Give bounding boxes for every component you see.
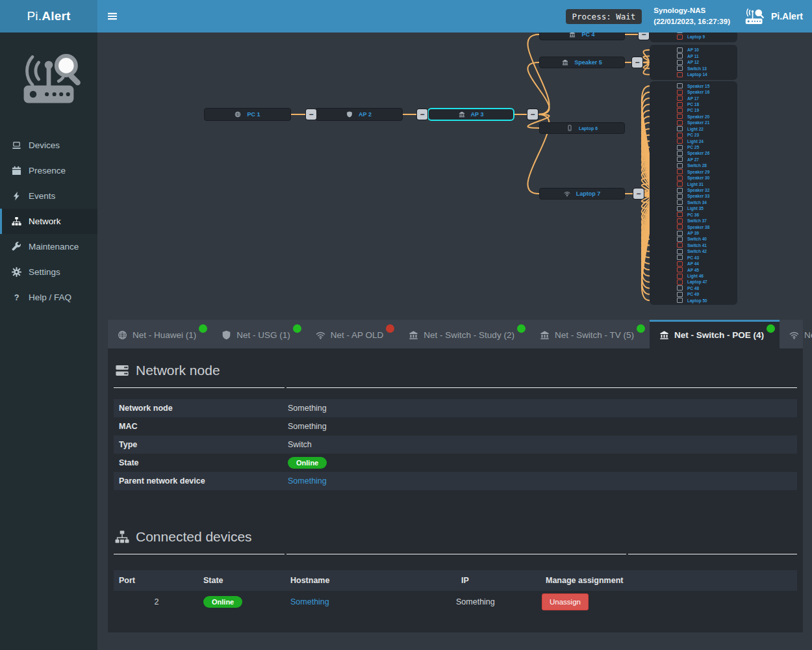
diagram-node-label: AP 3 [471, 111, 484, 118]
leaf-node-label: PC 43 [687, 255, 699, 260]
diagram-node-laptop-6[interactable]: Laptop 6 [539, 122, 625, 134]
navbar-brand-right[interactable]: Pi.Alert [744, 0, 803, 32]
table-row: Parent network deviceSomething [114, 472, 797, 490]
sidebar-item-presence[interactable]: Presence [0, 158, 97, 183]
parent-device-link[interactable]: Something [288, 476, 327, 486]
device-icon [677, 249, 683, 254]
device-icon [677, 231, 683, 236]
network-diagram: Network overview Switch 8Laptop 9AP 10AP… [97, 0, 812, 320]
table-row: TypeSwitch [114, 436, 797, 454]
host-name: Synology-NAS [653, 5, 730, 16]
tab-status-dot [386, 324, 394, 333]
sidebar-item-settings[interactable]: Settings [0, 259, 97, 285]
collapse-button[interactable]: − [527, 109, 538, 120]
tab-net-usg-1-[interactable]: Net - USG (1) [212, 320, 306, 348]
leaf-node-label: Switch 40 [687, 237, 707, 241]
leaf-node-label: PC 23 [687, 133, 699, 137]
tab-net-switch-tv-5-[interactable]: Net - Switch - TV (5) [530, 320, 650, 348]
leaf-node[interactable]: AP 12 [650, 59, 737, 66]
section-divider [114, 554, 797, 554]
diagram-node-pc-1[interactable]: PC 1 [204, 108, 291, 121]
collapse-button[interactable]: − [306, 109, 316, 120]
device-icon [677, 285, 683, 291]
navbar-spacer [127, 0, 566, 32]
leaf-node-label: Speaker 16 [687, 90, 709, 94]
diagram-node-speaker-5[interactable]: Speaker 5 [539, 57, 625, 68]
tab-net-switch-poe-4-[interactable]: Net - Switch - POE (4) [650, 320, 780, 348]
diagram-node-ap-3[interactable]: AP 3 [427, 108, 514, 121]
leaf-node[interactable]: Laptop 9 [650, 34, 737, 40]
leaf-node-label: Speaker 26 [687, 151, 709, 155]
device-icon [677, 66, 683, 71]
brand-text: Pi.Alert [27, 9, 70, 23]
device-icon [677, 176, 683, 181]
row-label: Type [114, 440, 288, 449]
collapse-button[interactable]: − [632, 57, 642, 68]
diagram-node-ap-2[interactable]: AP 2 [315, 108, 403, 121]
sitemap-icon [10, 216, 22, 226]
leaf-node-label: Laptop 14 [687, 72, 707, 77]
tab-status-dot [293, 324, 301, 333]
sidebar-item-label: Network [29, 216, 61, 226]
device-icon [677, 60, 683, 65]
sidebar-item-label: Settings [29, 267, 60, 277]
collapse-button[interactable]: − [417, 109, 427, 120]
shield-icon [222, 330, 231, 340]
sidebar-item-network[interactable]: Network [0, 209, 97, 234]
leaf-node-label: Speaker 15 [687, 84, 709, 88]
leaf-node[interactable]: AP 11 [650, 53, 737, 59]
unassign-button[interactable]: Unassign [542, 593, 589, 610]
sidebar-item-events[interactable]: Events [0, 183, 97, 209]
leaf-node-label: Switch 13 [687, 66, 707, 71]
leaf-node-label: Switch 34 [687, 200, 707, 205]
bank-icon [540, 330, 550, 340]
leaf-node-label: Switch 42 [687, 249, 707, 254]
sidebar-item-help-faq[interactable]: ?Help / FAQ [0, 285, 97, 310]
state-cell: Online [199, 596, 285, 608]
device-icon [677, 280, 683, 285]
tab-net-switch-study-2-[interactable]: Net - Switch - Study (2) [399, 320, 530, 348]
leaf-node-label: Speaker 30 [687, 176, 709, 180]
globe-icon [118, 330, 127, 340]
leaf-node-label: AP 44 [687, 261, 699, 266]
leaf-node[interactable]: Laptop 50 [650, 297, 737, 304]
sidebar-item-devices[interactable]: Devices [0, 133, 97, 158]
leaf-node-label: Switch 41 [687, 243, 707, 248]
table-row: Network nodeSomething [114, 399, 797, 417]
hostname-link[interactable]: Something [290, 597, 329, 606]
device-icon [677, 194, 683, 199]
leaf-node[interactable]: Laptop 14 [650, 72, 737, 78]
devices-table-body: 2OnlineSomethingSomethingUnassign [114, 591, 797, 613]
connected-devices-section-title: Connected devices [114, 490, 797, 545]
device-icon [677, 188, 683, 193]
leaf-node-label: PC 36 [687, 213, 699, 217]
sidebar-item-maintenance[interactable]: Maintenance [0, 234, 97, 259]
section-divider [114, 387, 797, 388]
collapse-button[interactable]: − [633, 188, 644, 199]
row-value: Online [288, 457, 327, 469]
sidebar-toggle-button[interactable] [97, 0, 127, 32]
shield-icon [346, 111, 353, 118]
tab-net-ap-36-[interactable]: Net - AP (36) [780, 320, 812, 348]
leaf-node-label: AP 11 [687, 54, 699, 58]
sidebar-nav: DevicesPresenceEventsNetworkMaintenanceS… [0, 133, 97, 310]
tab-net-ap-old[interactable]: Net - AP OLD [306, 320, 400, 348]
app-logo[interactable]: Pi.Alert [0, 0, 97, 32]
diagram-node-laptop-7[interactable]: Laptop 7 [539, 188, 625, 200]
device-icon [677, 181, 683, 187]
leaf-node-label: Light 24 [687, 139, 704, 144]
bank-icon [409, 330, 418, 340]
leaf-node[interactable]: Switch 13 [650, 65, 737, 72]
calendar-icon [10, 166, 22, 176]
leaf-node-label: Laptop 47 [687, 280, 707, 284]
row-value: Something [288, 476, 327, 486]
table-row: MACSomething [114, 417, 797, 436]
tab-label: Net - AP OLD [331, 330, 384, 340]
tab-net-huawei-1-[interactable]: Net - Huawei (1) [108, 320, 212, 348]
leaf-node-label: AP 45 [687, 268, 699, 272]
sidebar-item-label: Devices [29, 140, 60, 150]
row-label: Network node [114, 404, 288, 413]
row-value: Something [288, 422, 327, 431]
leaf-node-label: PC 25 [687, 145, 699, 150]
leaf-node[interactable]: AP 10 [650, 47, 737, 53]
